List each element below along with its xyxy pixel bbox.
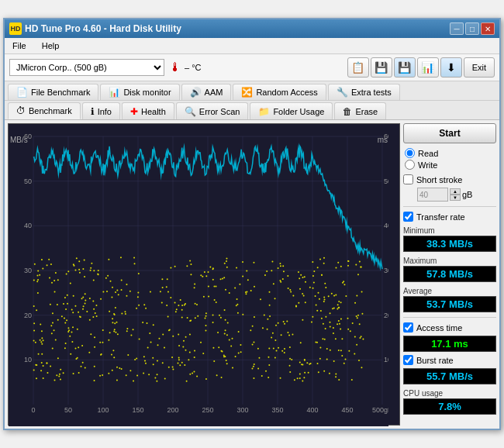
write-radio[interactable] [405, 160, 415, 170]
read-radio-label[interactable]: Read [405, 148, 495, 158]
sub-tabs: ⏱ Benchmark ℹ Info ✚ Health 🔍 Error Scan… [5, 101, 499, 120]
exit-button[interactable]: Exit [464, 57, 495, 78]
file-benchmark-icon: 📄 [16, 87, 28, 98]
menu-help[interactable]: Help [39, 40, 63, 52]
minimum-label: Minimum [403, 226, 496, 235]
random-access-icon: 🔀 [241, 87, 253, 98]
error-scan-icon: 🔍 [185, 106, 196, 117]
access-time-checkbox-row: Access time [403, 322, 496, 333]
short-stroke-checkbox[interactable] [403, 174, 413, 184]
stroke-unit: gB [462, 190, 472, 199]
access-time-value: 17.1 ms [403, 336, 496, 352]
subtab-folder-usage[interactable]: 📁 Folder Usage [250, 102, 333, 119]
tab-extra-tests[interactable]: 🔧 Extra tests [328, 84, 400, 100]
aam-icon: 🔊 [190, 87, 202, 98]
burst-rate-label: Burst rate [416, 356, 454, 365]
erase-icon: 🗑 [343, 106, 352, 117]
burst-rate-checkbox[interactable] [403, 355, 413, 365]
minimize-button[interactable]: ─ [450, 22, 464, 35]
tab-file-benchmark[interactable]: 📄 File Benchmark [8, 84, 98, 100]
average-stat: Average 53.7 MB/s [403, 285, 496, 312]
tab-aam[interactable]: 🔊 AAM [181, 84, 232, 100]
maximum-label: Maximum [403, 257, 496, 265]
transfer-rate-checkbox[interactable] [403, 212, 413, 222]
app-icon: HD [9, 22, 22, 35]
tab-disk-monitor[interactable]: 📊 Disk monitor [100, 84, 179, 100]
stroke-down[interactable]: ▼ [450, 195, 461, 201]
subtab-error-scan[interactable]: 🔍 Error Scan [176, 102, 249, 119]
average-label: Average [403, 287, 496, 295]
tab-random-access[interactable]: 🔀 Random Access [233, 84, 326, 100]
health-icon: ✚ [130, 106, 138, 117]
toolbar: JMicron Corp.. (500 gB) 🌡 – °C 📋 💾 💾 📊 ⬇… [5, 54, 499, 81]
subtab-info[interactable]: ℹ Info [82, 102, 120, 119]
arrow-icon-btn[interactable]: ⬇ [440, 57, 462, 78]
benchmark-icon: ⏱ [16, 105, 26, 116]
stroke-up[interactable]: ▲ [450, 188, 461, 195]
access-time-stat: 17.1 ms [403, 336, 496, 352]
divider-2 [403, 317, 496, 318]
transfer-rate-row: Transfer rate [403, 212, 496, 222]
side-panel: Start Read Write Short stroke ▲ [403, 123, 496, 426]
temp-value: – °C [185, 63, 202, 72]
read-label: Read [418, 149, 438, 158]
divider-1 [403, 206, 496, 207]
close-button[interactable]: ✕ [481, 22, 495, 35]
extra-tests-icon: 🔧 [337, 87, 348, 98]
info-icon: ℹ [91, 106, 95, 117]
cpu-usage-value: 7.8% [403, 398, 496, 415]
disk-icon-btn[interactable]: 💾 [371, 57, 392, 78]
short-stroke-row: Short stroke [403, 174, 496, 184]
benchmark-chart-container [8, 123, 400, 426]
stroke-value-row: ▲ ▼ gB [417, 188, 496, 202]
stroke-input[interactable] [417, 188, 448, 202]
burst-rate-value: 55.7 MB/s [403, 368, 496, 384]
transfer-rate-label: Transfer rate [416, 212, 465, 222]
save-icon-btn[interactable]: 💾 [394, 57, 416, 78]
read-radio[interactable] [405, 148, 415, 158]
folder-usage-icon: 📁 [258, 106, 270, 117]
subtab-benchmark[interactable]: ⏱ Benchmark [8, 102, 81, 119]
subtab-health[interactable]: ✚ Health [122, 102, 174, 119]
write-label: Write [418, 160, 437, 170]
maximum-value: 57.8 MB/s [403, 266, 496, 282]
toolbar-icons: 📋 💾 💾 📊 ⬇ Exit [347, 57, 495, 78]
chart-icon-btn[interactable]: 📊 [417, 57, 439, 78]
window-controls: ─ □ ✕ [450, 22, 495, 35]
cpu-usage-label: CPU usage [403, 389, 496, 398]
average-value: 53.7 MB/s [403, 296, 496, 312]
subtab-erase[interactable]: 🗑 Erase [334, 102, 386, 119]
menubar: File Help [5, 38, 499, 54]
minimum-stat: Minimum 38.3 MB/s [403, 225, 496, 252]
burst-rate-stat: 55.7 MB/s [403, 368, 496, 384]
title-bar: HD HD Tune Pro 4.60 - Hard Disk Utility … [5, 19, 499, 38]
maximum-stat: Maximum 57.8 MB/s [403, 255, 496, 282]
thermometer-icon: 🌡 [169, 60, 181, 74]
maximize-button[interactable]: □ [465, 22, 479, 35]
main-tabs: 📄 File Benchmark 📊 Disk monitor 🔊 AAM 🔀 … [5, 81, 499, 101]
disk-monitor-icon: 📊 [109, 87, 120, 98]
disk-selector[interactable]: JMicron Corp.. (500 gB) [9, 59, 164, 76]
write-radio-label[interactable]: Write [405, 160, 495, 170]
window-title: HD Tune Pro 4.60 - Hard Disk Utility [25, 23, 181, 34]
minimum-value: 38.3 MB/s [403, 236, 496, 252]
start-button[interactable]: Start [403, 123, 496, 143]
main-window: HD HD Tune Pro 4.60 - Hard Disk Utility … [3, 18, 501, 430]
access-time-checkbox[interactable] [403, 322, 413, 333]
access-time-label: Access time [416, 323, 462, 333]
mode-radio-group: Read Write [403, 146, 496, 171]
cpu-usage-stat: CPU usage 7.8% [403, 388, 496, 415]
stroke-spinners: ▲ ▼ [450, 188, 461, 201]
benchmark-canvas [9, 124, 388, 426]
burst-rate-checkbox-row: Burst rate [403, 355, 496, 365]
content-area: Start Read Write Short stroke ▲ [5, 120, 499, 429]
menu-file[interactable]: File [9, 40, 29, 52]
short-stroke-label: Short stroke [416, 175, 462, 184]
info-icon-btn[interactable]: 📋 [347, 57, 369, 78]
